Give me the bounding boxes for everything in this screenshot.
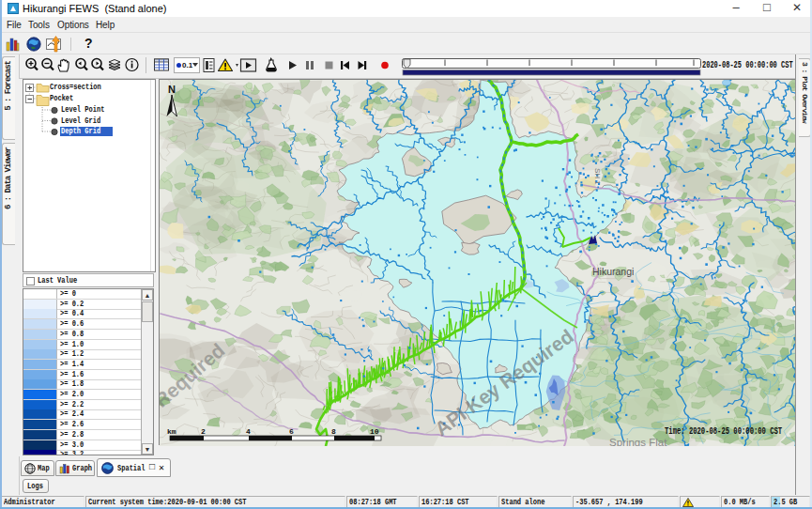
svg-text:10: 10 [370,427,379,436]
svg-text:4: 4 [246,427,251,436]
svg-text:6: 6 [289,427,294,436]
svg-text:2: 2 [201,427,206,436]
svg-text:Hikurangi: Hikurangi [592,266,634,277]
svg-text:Springs Flat: Springs Flat [609,437,667,446]
svg-text:8: 8 [331,427,336,436]
svg-text:N: N [168,84,176,95]
svg-text:km: km [167,427,176,436]
svg-text:Time: 2020-08-25 00:00:00 CST: Time: 2020-08-25 00:00:00 CST [665,426,782,437]
svg-text:SH 1: SH 1 [593,168,602,185]
